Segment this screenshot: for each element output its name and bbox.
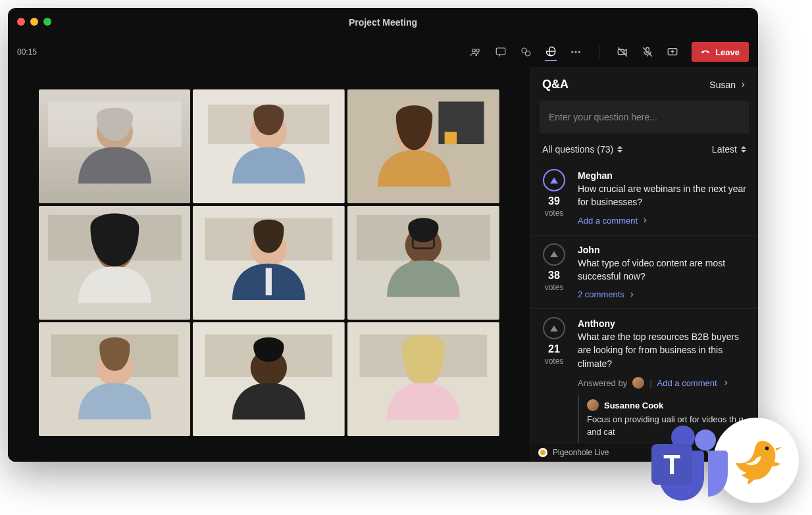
upvote-button[interactable] xyxy=(543,169,565,191)
qa-title: Q&A xyxy=(542,78,569,91)
chevron-right-icon xyxy=(723,380,729,386)
reactions-icon[interactable] xyxy=(520,46,532,58)
svg-point-44 xyxy=(695,429,716,451)
question-input[interactable]: Enter your question here... xyxy=(540,101,749,134)
leave-label: Leave xyxy=(715,47,740,57)
svg-point-5 xyxy=(571,51,573,53)
filter-label: All questions (73) xyxy=(542,144,613,155)
qa-user-menu[interactable]: Susan xyxy=(709,80,746,90)
upvote-button[interactable] xyxy=(543,243,565,266)
participant-tile[interactable] xyxy=(193,89,345,203)
votes-label: votes xyxy=(545,283,564,292)
participant-tile[interactable] xyxy=(347,89,499,203)
upvote-icon xyxy=(550,178,558,184)
camera-off-icon[interactable] xyxy=(617,46,628,58)
add-comment-link[interactable]: Add a comment xyxy=(578,216,749,226)
question-author: Meghan xyxy=(578,170,749,181)
participant-tile[interactable] xyxy=(39,206,191,320)
share-screen-icon[interactable] xyxy=(667,46,678,58)
question-item: 38votesJohnWhat type of video content ar… xyxy=(530,235,758,309)
mic-off-icon[interactable] xyxy=(642,46,653,58)
svg-point-1 xyxy=(476,49,480,53)
brand-badges: T xyxy=(646,418,799,503)
sort-caret-icon xyxy=(741,146,746,153)
window-title: Project Meeting xyxy=(349,17,417,28)
chevron-right-icon xyxy=(740,82,746,88)
question-list: 39votesMeghanHow crucial are webinars in… xyxy=(530,159,758,443)
video-grid xyxy=(39,89,499,436)
more-icon[interactable] xyxy=(570,46,582,58)
vote-count: 21 xyxy=(548,343,560,355)
question-author: Anthony xyxy=(578,318,749,329)
participant-tile[interactable] xyxy=(193,322,345,436)
answered-by-row: Answered by|Add a comment xyxy=(578,377,749,389)
question-text: What type of video content are most succ… xyxy=(578,257,749,283)
question-body: MeghanHow crucial are webinars in the ne… xyxy=(578,169,749,226)
filter-all-questions[interactable]: All questions (73) xyxy=(542,144,622,155)
svg-point-48 xyxy=(765,447,769,451)
svg-point-6 xyxy=(575,51,577,53)
apps-icon[interactable] xyxy=(545,45,557,61)
comments-link[interactable]: 2 comments xyxy=(578,289,749,299)
video-grid-area xyxy=(8,67,530,462)
svg-point-7 xyxy=(578,51,580,53)
vote-column: 38votes xyxy=(540,243,569,300)
participant-tile[interactable] xyxy=(193,206,345,320)
close-icon[interactable] xyxy=(17,18,25,26)
svg-rect-20 xyxy=(444,132,456,144)
qa-panel: Q&A Susan Enter your question here... Al… xyxy=(530,67,758,462)
maximize-icon[interactable] xyxy=(43,18,51,26)
footer-brand: Pigeonhole Live xyxy=(553,448,609,457)
titlebar: Project Meeting xyxy=(8,8,758,37)
chevron-right-icon xyxy=(628,291,635,298)
chat-icon[interactable] xyxy=(495,46,507,58)
svg-rect-2 xyxy=(496,48,505,55)
toolbar-divider xyxy=(599,45,599,59)
participant-tile[interactable] xyxy=(39,322,191,436)
svg-point-43 xyxy=(540,450,546,455)
vote-column: 21votes xyxy=(540,317,569,443)
svg-point-0 xyxy=(472,49,476,53)
votes-label: votes xyxy=(545,208,564,218)
vote-column: 39votes xyxy=(540,169,569,226)
sort-caret-icon xyxy=(617,146,622,153)
avatar xyxy=(632,377,644,389)
question-text: What are the top resources B2B buyers ar… xyxy=(578,330,749,370)
hangup-icon xyxy=(701,47,710,57)
question-author: John xyxy=(578,245,749,255)
meeting-toolbar: 00:15 xyxy=(8,37,758,68)
votes-label: votes xyxy=(545,356,564,366)
people-icon[interactable] xyxy=(470,46,482,58)
chevron-right-icon xyxy=(642,217,648,224)
qa-user-name: Susan xyxy=(709,80,736,90)
upvote-button[interactable] xyxy=(543,317,565,339)
meeting-timer: 00:15 xyxy=(17,47,37,57)
minimize-icon[interactable] xyxy=(30,18,38,26)
pigeonhole-logo-icon xyxy=(538,448,547,457)
sort-latest[interactable]: Latest xyxy=(712,144,746,155)
upvote-icon xyxy=(550,326,558,331)
svg-point-4 xyxy=(525,51,530,57)
question-placeholder: Enter your question here... xyxy=(549,112,657,122)
svg-text:T: T xyxy=(663,449,680,480)
sort-label: Latest xyxy=(712,144,737,155)
ms-teams-badge: T xyxy=(646,418,732,503)
participant-tile[interactable] xyxy=(347,322,499,436)
question-body: JohnWhat type of video content are most … xyxy=(578,243,749,300)
question-text: How crucial are webinars in the next yea… xyxy=(578,182,749,209)
avatar xyxy=(587,399,599,411)
vote-count: 38 xyxy=(548,270,560,282)
leave-button[interactable]: Leave xyxy=(692,42,749,62)
add-comment-link[interactable]: Add a comment xyxy=(657,378,717,388)
window-controls xyxy=(17,18,51,26)
participant-tile[interactable] xyxy=(347,206,499,320)
vote-count: 39 xyxy=(548,195,560,207)
participant-tile[interactable] xyxy=(39,89,191,203)
answer-author: Susanne Cook xyxy=(587,399,749,411)
upvote-icon xyxy=(550,251,558,257)
meeting-window: Project Meeting 00:15 xyxy=(8,8,758,462)
question-item: 39votesMeghanHow crucial are webinars in… xyxy=(530,161,758,235)
